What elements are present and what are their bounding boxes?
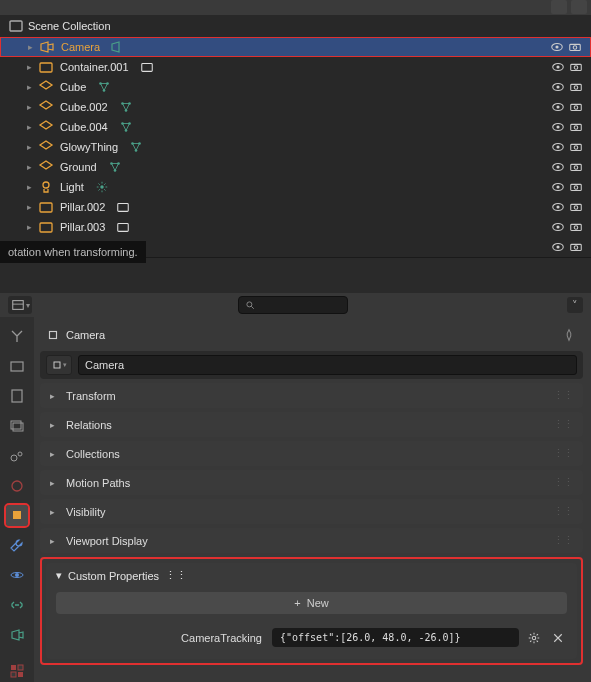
outliner-item-cube-004[interactable]: ▸Cube.004 — [0, 117, 591, 137]
outliner-item-cube-002[interactable]: ▸Cube.002 — [0, 97, 591, 117]
datablock-name-field[interactable]: Camera — [78, 355, 577, 375]
panel-grip-icon[interactable]: ⋮⋮ — [553, 534, 573, 547]
tab-object[interactable] — [6, 505, 28, 527]
data-icon[interactable] — [118, 119, 134, 135]
filter-icon[interactable] — [551, 0, 567, 14]
expand-arrow-icon[interactable]: ▸ — [24, 142, 34, 152]
data-icon[interactable] — [94, 179, 110, 195]
panel-title: Viewport Display — [66, 535, 547, 547]
camera-render-icon[interactable] — [569, 220, 583, 234]
data-icon[interactable] — [128, 139, 144, 155]
tab-tool[interactable] — [6, 325, 28, 347]
tab-world[interactable] — [6, 475, 28, 497]
camera-render-icon[interactable] — [569, 200, 583, 214]
panel-grip-icon[interactable]: ⋮⋮ — [553, 418, 573, 431]
new-custom-property-button[interactable]: + New — [56, 592, 567, 614]
panel-grip-icon[interactable]: ⋮⋮ — [553, 447, 573, 460]
eye-icon[interactable] — [551, 160, 565, 174]
panel-grip-icon[interactable]: ⋮⋮ — [553, 389, 573, 402]
expand-arrow-icon[interactable]: ▸ — [24, 162, 34, 172]
outliner-item-cube[interactable]: ▸Cube — [0, 77, 591, 97]
camera-render-icon[interactable] — [569, 120, 583, 134]
scene-collection-row[interactable]: Scene Collection — [0, 15, 591, 37]
object-icon — [46, 328, 60, 342]
panel-transform[interactable]: ▸Transform⋮⋮ — [40, 383, 583, 408]
svg-point-24 — [574, 106, 578, 110]
outliner-item-pillar-003[interactable]: ▸Pillar.003 — [0, 217, 591, 237]
outliner-item-camera[interactable]: ▸Camera — [0, 37, 591, 57]
properties-search[interactable] — [238, 296, 348, 314]
tab-render[interactable] — [6, 355, 28, 377]
tab-data[interactable] — [6, 624, 28, 646]
tab-modifiers[interactable] — [6, 534, 28, 556]
editor-type-selector[interactable]: ▾ — [8, 296, 32, 314]
expand-arrow-icon[interactable]: ▸ — [24, 82, 34, 92]
expand-arrow-icon[interactable]: ▸ — [24, 102, 34, 112]
data-icon[interactable] — [118, 99, 134, 115]
data-icon[interactable] — [107, 159, 123, 175]
expand-arrow-icon[interactable]: ▸ — [24, 62, 34, 72]
camera-render-icon[interactable] — [569, 160, 583, 174]
outliner-item-ground[interactable]: ▸Ground — [0, 157, 591, 177]
data-icon[interactable] — [96, 79, 112, 95]
panel-motion-paths[interactable]: ▸Motion Paths⋮⋮ — [40, 470, 583, 495]
pin-icon[interactable] — [561, 327, 577, 343]
svg-point-38 — [574, 146, 578, 150]
tab-output[interactable] — [6, 385, 28, 407]
tab-texture[interactable] — [6, 660, 28, 682]
outliner-item-light[interactable]: ▸Light — [0, 177, 591, 197]
data-icon[interactable] — [110, 39, 126, 55]
outliner-item-glowything[interactable]: ▸GlowyThing — [0, 137, 591, 157]
expand-arrow-icon[interactable]: ▸ — [24, 122, 34, 132]
data-icon[interactable] — [115, 199, 131, 215]
datablock-browse[interactable]: ▾ — [46, 355, 72, 375]
eye-icon[interactable] — [551, 140, 565, 154]
close-icon[interactable] — [549, 629, 567, 647]
tab-scene[interactable] — [6, 445, 28, 467]
panel-relations[interactable]: ▸Relations⋮⋮ — [40, 412, 583, 437]
eye-icon[interactable] — [551, 100, 565, 114]
panel-grip-icon[interactable]: ⋮⋮ — [553, 476, 573, 489]
svg-point-45 — [574, 166, 578, 170]
svg-point-7 — [553, 64, 564, 71]
gear-icon[interactable] — [525, 629, 543, 647]
tab-constraints[interactable] — [6, 594, 28, 616]
panel-grip-icon[interactable]: ⋮⋮ — [553, 505, 573, 518]
camera-render-icon[interactable] — [569, 60, 583, 74]
custom-property-value[interactable]: {"offset":[26.0, 48.0, -26.0]} — [272, 628, 519, 647]
tab-viewlayer[interactable] — [6, 415, 28, 437]
expand-arrow-icon[interactable]: ▸ — [24, 202, 34, 212]
camera-render-icon[interactable] — [569, 140, 583, 154]
tab-physics[interactable] — [6, 564, 28, 586]
panel-chevron-icon[interactable]: ▾ — [56, 569, 62, 582]
camera-render-icon[interactable] — [569, 240, 583, 254]
camera-render-icon[interactable] — [569, 80, 583, 94]
camera-render-icon[interactable] — [568, 40, 582, 54]
eye-icon[interactable] — [550, 40, 564, 54]
data-icon[interactable] — [115, 219, 131, 235]
panel-viewport-display[interactable]: ▸Viewport Display⋮⋮ — [40, 528, 583, 553]
svg-point-51 — [574, 186, 578, 190]
eye-icon[interactable] — [551, 200, 565, 214]
eye-icon[interactable] — [551, 80, 565, 94]
eye-icon[interactable] — [551, 220, 565, 234]
panel-grip-icon[interactable]: ⋮⋮ — [165, 569, 187, 582]
properties-options[interactable]: ˅ — [567, 297, 583, 313]
data-icon[interactable] — [139, 59, 155, 75]
outliner-item-container-001[interactable]: ▸Container.001 — [0, 57, 591, 77]
new-collection-icon[interactable] — [571, 0, 587, 14]
outliner-item-pillar-002[interactable]: ▸Pillar.002 — [0, 197, 591, 217]
expand-arrow-icon[interactable]: ▸ — [24, 222, 34, 232]
expand-arrow-icon[interactable]: ▸ — [25, 42, 35, 52]
camera-render-icon[interactable] — [569, 180, 583, 194]
expand-arrow-icon[interactable]: ▸ — [24, 182, 34, 192]
camera-render-icon[interactable] — [569, 100, 583, 114]
eye-icon[interactable] — [551, 240, 565, 254]
panel-collections[interactable]: ▸Collections⋮⋮ — [40, 441, 583, 466]
svg-point-81 — [11, 573, 23, 578]
panel-visibility[interactable]: ▸Visibility⋮⋮ — [40, 499, 583, 524]
svg-point-47 — [100, 185, 104, 189]
eye-icon[interactable] — [551, 120, 565, 134]
eye-icon[interactable] — [551, 60, 565, 74]
eye-icon[interactable] — [551, 180, 565, 194]
